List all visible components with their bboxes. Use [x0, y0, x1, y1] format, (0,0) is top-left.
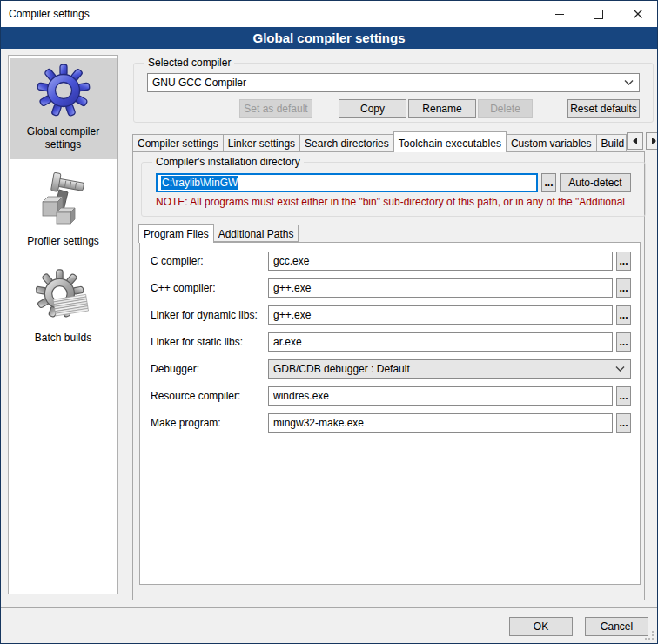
compiler-settings-window: Compiler settings Global compiler settin…	[0, 0, 658, 644]
field-row-c-compiler: C compiler: ...	[151, 252, 631, 271]
browse-directory-button[interactable]: ...	[541, 173, 556, 192]
maximize-icon	[594, 10, 603, 19]
footer-divider	[1, 607, 657, 608]
installation-directory-legend: Compiler's installation directory	[152, 156, 304, 168]
set-as-default-button[interactable]: Set as default	[239, 99, 312, 118]
maximize-button[interactable]	[579, 1, 618, 27]
reset-defaults-button[interactable]: Reset defaults	[567, 99, 640, 118]
debugger-select[interactable]: GDB/CDB debugger : Default	[268, 359, 631, 379]
debugger-select-value: GDB/CDB debugger : Default	[273, 363, 410, 375]
sidebar-item-batch-builds[interactable]: Batch builds	[10, 265, 117, 352]
browse-static-linker-button[interactable]: ...	[616, 332, 631, 352]
field-label: C compiler:	[151, 255, 268, 267]
field-row-resource-compiler: Resource compiler: ...	[151, 386, 631, 406]
caliper-icon	[36, 172, 91, 228]
close-button[interactable]	[618, 1, 657, 27]
static-linker-input[interactable]	[268, 332, 613, 352]
dialog-header-title: Global compiler settings	[252, 30, 405, 45]
tab-scroll-buttons	[627, 132, 658, 150]
selected-compiler-legend: Selected compiler	[144, 57, 234, 69]
note-text: NOTE: All programs must exist either in …	[156, 196, 631, 208]
resource-compiler-input[interactable]	[268, 386, 613, 406]
browse-cpp-compiler-button[interactable]: ...	[616, 278, 631, 298]
titlebar[interactable]: Compiler settings	[1, 1, 657, 27]
cpp-compiler-input[interactable]	[268, 278, 613, 298]
sidebar-item-global-compiler-settings[interactable]: Global compiler settings	[10, 58, 117, 159]
rename-button[interactable]: Rename	[408, 99, 476, 118]
field-label: Make program:	[151, 417, 268, 429]
compiler-select[interactable]: GNU GCC Compiler	[147, 73, 640, 92]
compiler-settings-tabs: Compiler settings Linker settings Search…	[132, 131, 645, 152]
browse-make-program-button[interactable]: ...	[616, 413, 631, 433]
sidebar-item-label: Profiler settings	[27, 235, 99, 248]
auto-detect-button[interactable]: Auto-detect	[560, 173, 631, 192]
browse-c-compiler-button[interactable]: ...	[616, 252, 631, 271]
field-label: Resource compiler:	[151, 390, 268, 402]
field-label: Debugger:	[151, 363, 268, 375]
ok-button[interactable]: OK	[509, 617, 573, 636]
field-label: Linker for static libs:	[151, 336, 268, 348]
tab-toolchain-executables[interactable]: Toolchain executables	[393, 131, 507, 152]
tabs-scroll-left-button[interactable]	[627, 132, 643, 150]
field-row-static-linker: Linker for static libs: ...	[151, 332, 631, 352]
gray-gear-stack-icon	[36, 269, 91, 325]
tab-custom-variables[interactable]: Custom variables	[507, 134, 597, 151]
resize-grip[interactable]	[645, 631, 655, 641]
delete-button[interactable]: Delete	[478, 99, 533, 118]
tab-search-directories[interactable]: Search directories	[300, 134, 394, 151]
selected-compiler-group: Selected compiler GNU GCC Compiler Set a…	[133, 57, 654, 123]
browse-resource-compiler-button[interactable]: ...	[616, 386, 631, 406]
dynamic-linker-input[interactable]	[268, 305, 613, 325]
tab-compiler-settings[interactable]: Compiler settings	[132, 134, 224, 151]
sidebar-item-profiler-settings[interactable]: Profiler settings	[10, 168, 117, 256]
dialog-header: Global compiler settings	[1, 27, 657, 49]
chevron-down-icon	[615, 366, 625, 372]
close-icon	[634, 10, 642, 18]
tab-additional-paths[interactable]: Additional Paths	[214, 225, 299, 242]
sidebar-item-label: Batch builds	[35, 332, 91, 345]
program-files-page: C compiler: ... C++ compiler: ... Linker…	[139, 242, 641, 585]
make-program-input[interactable]	[268, 413, 613, 433]
sidebar-item-label: Global compiler settings	[11, 125, 115, 151]
installation-directory-input[interactable]: C:\raylib\MinGW	[156, 173, 538, 192]
tab-build-options[interactable]: Build options	[597, 134, 627, 151]
triangle-right-icon	[652, 138, 656, 144]
field-label: Linker for dynamic libs:	[151, 309, 268, 321]
settings-category-list: Global compiler settings	[8, 55, 118, 594]
field-row-cpp-compiler: C++ compiler: ...	[151, 278, 631, 298]
tab-linker-settings[interactable]: Linker settings	[224, 134, 300, 151]
minimize-button[interactable]	[540, 1, 579, 27]
copy-button[interactable]: Copy	[339, 99, 406, 118]
c-compiler-input[interactable]	[268, 252, 613, 271]
installation-directory-group: Compiler's installation directory C:\ray…	[141, 156, 646, 217]
browse-dynamic-linker-button[interactable]: ...	[616, 305, 631, 325]
chevron-down-icon	[624, 80, 634, 85]
toolchain-executables-page: Compiler's installation directory C:\ray…	[132, 151, 645, 600]
installation-directory-value: C:\raylib\MinGW	[161, 176, 238, 190]
tabs-scroll-right-button[interactable]	[646, 132, 658, 150]
field-row-make-program: Make program: ...	[151, 413, 631, 433]
tab-program-files[interactable]: Program Files	[138, 224, 214, 243]
field-label: C++ compiler:	[151, 282, 268, 294]
cancel-button[interactable]: Cancel	[585, 617, 648, 636]
field-row-dynamic-linker: Linker for dynamic libs: ...	[151, 305, 631, 325]
window-title: Compiler settings	[9, 8, 90, 20]
blue-gear-icon	[36, 63, 91, 118]
window-controls	[540, 1, 657, 27]
compiler-actions: Set as default Copy Rename Delete Reset …	[147, 99, 640, 118]
field-row-debugger: Debugger: GDB/CDB debugger : Default	[151, 359, 631, 379]
program-files-tabs: Program Files Additional Paths	[139, 224, 299, 243]
triangle-left-icon	[633, 138, 637, 144]
compiler-select-value: GNU GCC Compiler	[152, 77, 246, 89]
minimize-icon	[555, 14, 564, 15]
